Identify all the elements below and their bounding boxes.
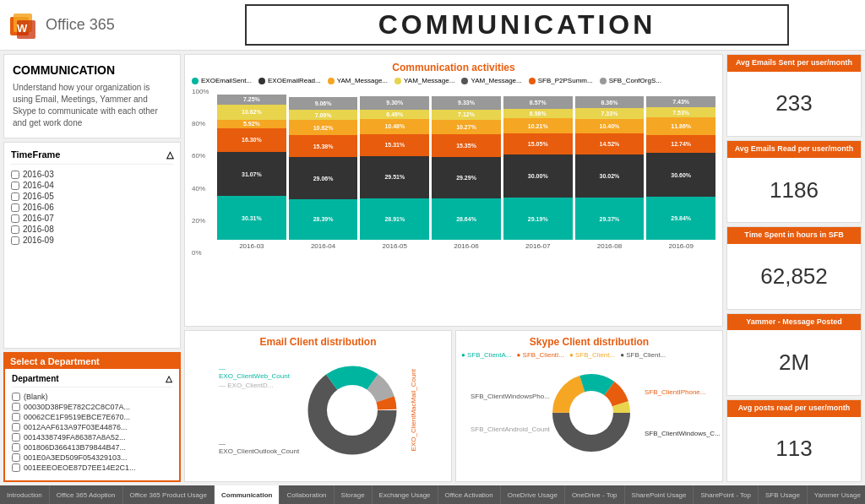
legend-item: EXOEmailSent...: [192, 77, 252, 84]
bar-segment: 7.12%: [432, 110, 501, 120]
dept-item[interactable]: (Blank): [12, 393, 172, 401]
metric-value: 233: [727, 72, 861, 137]
timeframe-item[interactable]: 2016-07: [11, 214, 173, 223]
email-label-macmail: EXO_ClientMacMail_Count: [410, 369, 417, 451]
metric-card: Time Spent in hours in SFB 62,852: [726, 226, 862, 309]
timeframe-item[interactable]: 2016-09: [11, 236, 173, 245]
tab-item[interactable]: Office 365 Adoption: [50, 485, 123, 504]
sort-icon[interactable]: △: [166, 149, 173, 160]
bar-group: 28.64%29.29%15.35%10.27%7.12%9.33%2016-0…: [432, 88, 501, 252]
tabs-bar[interactable]: IntroductionOffice 365 AdoptionOffice 36…: [0, 485, 865, 504]
tab-item[interactable]: Office 365 Product Usage: [123, 485, 215, 504]
timeframe-item[interactable]: 2016-06: [11, 203, 173, 212]
bar-segment: 10.62%: [289, 120, 358, 135]
bar-group: 29.37%30.02%14.52%10.40%7.33%8.36%2016-0…: [575, 88, 645, 252]
bar-segment: 28.64%: [432, 198, 501, 240]
timeframe-item[interactable]: 2016-03: [11, 170, 173, 179]
tab-item[interactable]: Office Activation: [438, 485, 501, 504]
tab-item[interactable]: SharePoint - Top: [694, 485, 758, 504]
activities-chart-title: Communication activities: [192, 62, 715, 73]
page-title: COMMUNICATION: [362, 6, 673, 44]
tab-item[interactable]: OneDrive Usage: [501, 485, 565, 504]
dept-sub-label: Department △: [12, 374, 172, 387]
bar-label: 2016-06: [454, 242, 478, 250]
metric-value: 2M: [727, 330, 861, 395]
metric-value: 1186: [727, 158, 861, 223]
tab-item[interactable]: SFB Usage: [759, 485, 808, 504]
legend-color-dot: [394, 78, 401, 84]
bar-segment: 30.02%: [575, 154, 645, 198]
bar-segment: 30.00%: [503, 154, 573, 198]
logo-area: W Office 365: [8, 10, 177, 41]
legend-color-dot: [192, 78, 199, 84]
skype-dist-title: Skype Client distribution: [461, 336, 717, 348]
bar-segment: 10.21%: [503, 118, 573, 133]
tab-item[interactable]: Collaboration: [280, 485, 334, 504]
dept-item[interactable]: 0012AAF613A97F03E44876...: [12, 423, 172, 431]
bar-group: 28.39%29.06%15.38%10.62%7.09%9.06%2016-0…: [289, 88, 358, 252]
dept-item[interactable]: 001E0A3ED509F054329103...: [12, 453, 172, 462]
email-donut-labels: — EXO_ClientWeb_Count — EXO_ClientD... —…: [219, 365, 295, 457]
bar-label: 2016-07: [525, 242, 550, 250]
bar-segment: 30.60%: [646, 153, 715, 197]
metric-header: Avg posts read per user/month: [727, 400, 861, 417]
bar-segment: 10.27%: [432, 120, 501, 134]
tab-item[interactable]: Yammer Usage: [808, 485, 865, 504]
skype-donut-chart: [545, 366, 638, 459]
svg-point-8: [327, 385, 378, 436]
legend-color-dot: [600, 78, 607, 84]
tab-item[interactable]: SharePoint Usage: [625, 485, 694, 504]
bar-segment: 15.31%: [360, 134, 429, 156]
bar-segment: 30.31%: [217, 196, 286, 240]
bar-segment: 28.39%: [289, 199, 358, 240]
bar-segment: 7.25%: [217, 95, 286, 105]
bar-segment: 7.09%: [289, 110, 358, 120]
bar-segment: 10.40%: [575, 119, 645, 134]
dept-sort-icon[interactable]: △: [166, 374, 172, 383]
department-filter-card: Select a Department Department △ (Blank)…: [3, 352, 181, 482]
legend-item: YAM_Message...: [461, 77, 521, 84]
tab-item[interactable]: Communication: [215, 485, 280, 504]
dept-item[interactable]: 00062CE1F9519EBCE7E670...: [12, 413, 172, 421]
timeframe-item[interactable]: 2016-08: [11, 225, 173, 234]
bar-segment: 5.92%: [217, 120, 286, 128]
dept-item[interactable]: 001EEEOEOE87D7EE14E2C1...: [12, 463, 172, 472]
tab-item[interactable]: Exchange Usage: [373, 485, 438, 504]
left-panel: COMMUNICATION Understand how your organi…: [3, 54, 181, 482]
svg-point-14: [569, 391, 613, 435]
main-container: W Office 365 COMMUNICATION COMMUNICATION…: [0, 0, 865, 504]
dept-item[interactable]: 0014338749FA86387A8A52...: [12, 433, 172, 442]
email-donut-wrapper: — EXO_ClientWeb_Count — EXO_ClientD... —…: [190, 351, 446, 469]
bar-group: 29.84%30.60%12.74%11.86%7.53%7.43%2016-0…: [646, 88, 715, 252]
stacked-bar: 28.91%29.51%15.31%10.48%6.49%9.30%: [360, 88, 429, 240]
metric-header: Yammer - Message Posted: [727, 314, 861, 331]
bar-segment: 29.29%: [432, 157, 501, 199]
bar-segment: 29.19%: [503, 198, 573, 240]
bar-segment: 8.36%: [575, 96, 645, 108]
email-donut-chart: [302, 360, 403, 461]
bar-segment: 29.84%: [646, 197, 715, 240]
metric-value: 62,852: [727, 244, 861, 309]
bar-segment: 9.30%: [360, 96, 429, 110]
bar-segment: 29.37%: [575, 198, 645, 240]
tab-item[interactable]: OneDrive - Top: [565, 485, 625, 504]
timeframe-item[interactable]: 2016-05: [11, 192, 173, 201]
timeframe-item[interactable]: 2016-04: [11, 181, 173, 190]
legend-color-dot: [461, 78, 468, 84]
tab-item[interactable]: Introduction: [0, 485, 50, 504]
metric-header: Time Spent in hours in SFB: [727, 227, 861, 244]
stacked-bar: 30.31%31.07%16.30%5.92%10.62%7.25%: [217, 88, 286, 240]
dept-item[interactable]: 001806D366413B79844B47...: [12, 443, 172, 452]
bar-segment: 7.53%: [646, 107, 715, 118]
metric-value: 113: [727, 417, 861, 482]
bar-groups-container: 30.31%31.07%16.30%5.92%10.62%7.25%2016-0…: [192, 88, 715, 252]
bar-segment: 9.06%: [289, 97, 358, 110]
dept-item[interactable]: 00030D38F9E782C2C8C07A...: [12, 403, 172, 411]
email-dist-title: Email Client distribution: [190, 336, 446, 348]
tab-item[interactable]: Storage: [335, 485, 373, 504]
right-panel: Avg Emails Sent per user/month 233 Avg E…: [726, 54, 862, 482]
bar-segment: 10.62%: [217, 105, 286, 120]
stacked-bar: 29.37%30.02%14.52%10.40%7.33%8.36%: [575, 88, 645, 240]
bar-segment: 11.86%: [646, 117, 715, 134]
bar-segment: 15.05%: [503, 133, 573, 155]
